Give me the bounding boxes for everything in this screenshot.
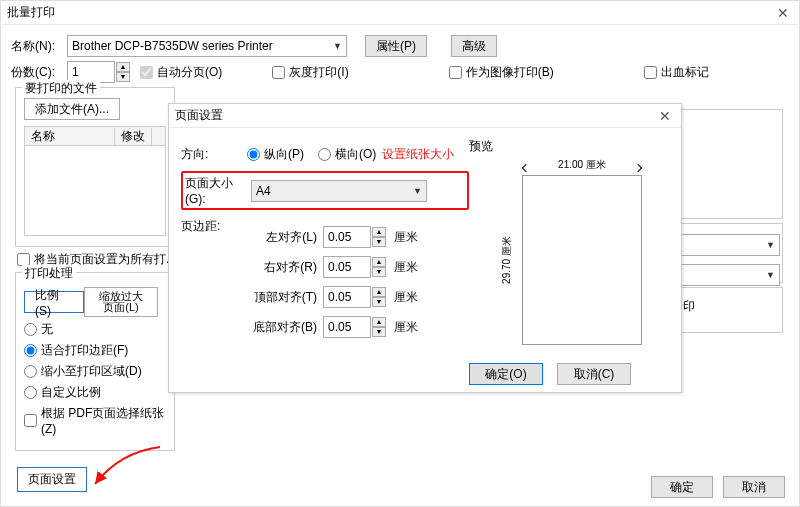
page-setup-dialog: 页面设置 ✕ 方向: 纵向(P) 横向(O) 设置纸张大小 页面大小(G): A… [168,103,682,393]
margin-top-stepper[interactable]: 0.05▲▼ [323,286,386,308]
dim-width: 21.00 厘米 [523,158,641,172]
scale-button[interactable]: 比例(S) [24,291,84,313]
files-group: 要打印的文件 添加文件(A)... 名称 修改 [15,87,175,247]
radio-portrait[interactable]: 纵向(P) [247,146,304,163]
radio-shrink[interactable]: 缩小至打印区域(D) [24,363,166,380]
margin-right-stepper[interactable]: 0.05▲▼ [323,256,386,278]
radio-landscape[interactable]: 横向(O) [318,146,376,163]
collate-checkbox[interactable]: 自动分页(O) [140,64,222,81]
stepper-down-icon[interactable]: ▼ [116,72,130,82]
chevron-down-icon: ▼ [413,186,422,196]
col-name[interactable]: 名称 [25,128,115,145]
dlg-cancel-button[interactable]: 取消(C) [557,363,631,385]
add-file-button[interactable]: 添加文件(A)... [24,98,120,120]
properties-button[interactable]: 属性(P) [365,35,427,57]
close-icon[interactable]: ✕ [773,5,793,21]
margin-top-label: 顶部对齐(T) [247,289,317,306]
stepper-up-icon[interactable]: ▲ [116,62,130,72]
as-image-checkbox[interactable]: 作为图像打印(B) [449,64,554,81]
process-legend: 打印处理 [22,265,76,282]
main-title: 批量打印 [7,4,55,21]
copies-label: 份数(C): [11,64,63,81]
main-ok-button[interactable]: 确定 [651,476,713,498]
dlg-titlebar: 页面设置 ✕ [169,104,681,128]
annotation-text: 设置纸张大小 [382,146,454,163]
radio-fit-margin[interactable]: 适合打印边距(F) [24,342,166,359]
margin-label: 页边距: [181,218,247,235]
pdf-paper-checkbox[interactable]: 根据 PDF页面选择纸张(Z) [24,405,166,436]
preview-label: 预览 [469,139,493,153]
margin-right-label: 右对齐(R) [247,259,317,276]
name-label: 名称(N): [11,38,63,55]
dlg-close-icon[interactable]: ✕ [655,108,675,124]
size-highlight: 页面大小(G): A4▼ [181,171,469,210]
file-list-header: 名称 修改 [24,126,166,146]
page-size-value: A4 [256,184,271,198]
advanced-button[interactable]: 高级 [451,35,497,57]
chevron-down-icon: ▼ [333,41,342,51]
margin-left-stepper[interactable]: 0.05▲▼ [323,226,386,248]
grayscale-checkbox[interactable]: 灰度打印(I) [272,64,348,81]
page-size-select[interactable]: A4▼ [251,180,427,202]
margin-bottom-label: 底部对齐(B) [247,319,317,336]
page-setup-button[interactable]: 页面设置 [17,467,87,492]
orientation-label: 方向: [181,146,247,163]
dim-height: 29.70 厘米 [497,176,517,344]
bleed-checkbox[interactable]: 出血标记 [644,64,709,81]
page-size-label: 页面大小(G): [185,175,251,206]
margin-left-label: 左对齐(L) [247,229,317,246]
col-mod[interactable]: 修改 [115,128,152,145]
radio-none[interactable]: 无 [24,321,166,338]
main-cancel-button[interactable]: 取消 [723,476,785,498]
files-legend: 要打印的文件 [22,80,100,97]
main-titlebar: 批量打印 ✕ [1,1,799,25]
dlg-title: 页面设置 [175,107,223,124]
process-group: 打印处理 比例(S) 缩放过大页面(L) 无 适合打印边距(F) 缩小至打印区域… [15,272,175,451]
unit-label: 厘米 [394,229,418,246]
printer-select[interactable]: Brother DCP-B7535DW series Printer▼ [67,35,347,57]
radio-custom[interactable]: 自定义比例 [24,384,166,401]
printer-value: Brother DCP-B7535DW series Printer [72,39,273,53]
fit-page-button[interactable]: 缩放过大页面(L) [84,287,158,317]
preview-page: 21.00 厘米 29.70 厘米 [522,175,642,345]
file-list[interactable] [24,146,166,236]
dlg-ok-button[interactable]: 确定(O) [469,363,543,385]
margin-bottom-stepper[interactable]: 0.05▲▼ [323,316,386,338]
